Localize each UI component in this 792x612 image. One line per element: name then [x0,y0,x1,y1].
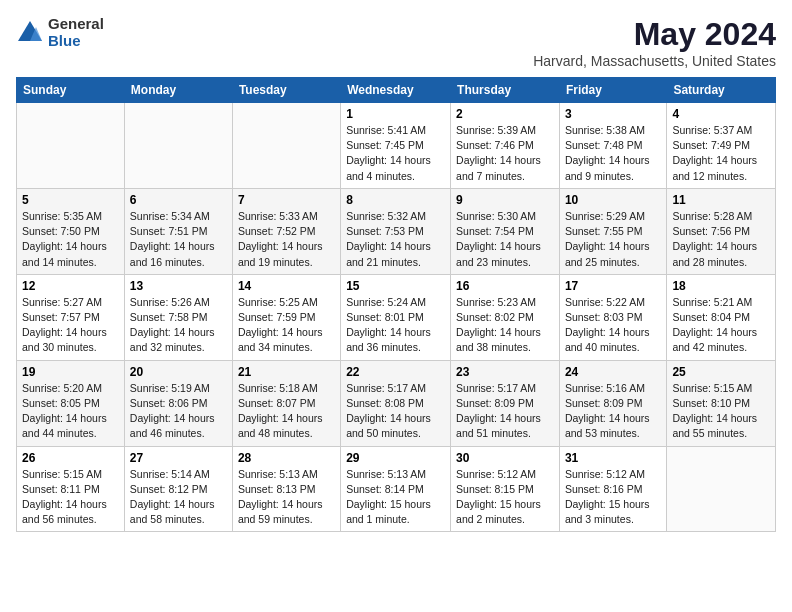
week-row: 5Sunrise: 5:35 AM Sunset: 7:50 PM Daylig… [17,188,776,274]
calendar-cell: 6Sunrise: 5:34 AM Sunset: 7:51 PM Daylig… [124,188,232,274]
calendar-cell: 8Sunrise: 5:32 AM Sunset: 7:53 PM Daylig… [341,188,451,274]
calendar-cell: 23Sunrise: 5:17 AM Sunset: 8:09 PM Dayli… [451,360,560,446]
day-info: Sunrise: 5:27 AM Sunset: 7:57 PM Dayligh… [22,295,119,356]
day-number: 2 [456,107,554,121]
day-info: Sunrise: 5:21 AM Sunset: 8:04 PM Dayligh… [672,295,770,356]
day-number: 6 [130,193,227,207]
day-info: Sunrise: 5:13 AM Sunset: 8:14 PM Dayligh… [346,467,445,528]
day-info: Sunrise: 5:28 AM Sunset: 7:56 PM Dayligh… [672,209,770,270]
calendar-cell: 3Sunrise: 5:38 AM Sunset: 7:48 PM Daylig… [559,103,666,189]
calendar-cell: 26Sunrise: 5:15 AM Sunset: 8:11 PM Dayli… [17,446,125,532]
calendar-cell: 12Sunrise: 5:27 AM Sunset: 7:57 PM Dayli… [17,274,125,360]
day-info: Sunrise: 5:20 AM Sunset: 8:05 PM Dayligh… [22,381,119,442]
logo-blue: Blue [48,33,104,50]
day-number: 29 [346,451,445,465]
calendar-cell: 24Sunrise: 5:16 AM Sunset: 8:09 PM Dayli… [559,360,666,446]
day-number: 11 [672,193,770,207]
calendar-cell: 25Sunrise: 5:15 AM Sunset: 8:10 PM Dayli… [667,360,776,446]
calendar-cell: 21Sunrise: 5:18 AM Sunset: 8:07 PM Dayli… [232,360,340,446]
calendar-cell: 15Sunrise: 5:24 AM Sunset: 8:01 PM Dayli… [341,274,451,360]
logo-general: General [48,16,104,33]
header-cell-wednesday: Wednesday [341,78,451,103]
logo-icon [16,19,44,47]
day-info: Sunrise: 5:37 AM Sunset: 7:49 PM Dayligh… [672,123,770,184]
day-number: 22 [346,365,445,379]
calendar-cell: 1Sunrise: 5:41 AM Sunset: 7:45 PM Daylig… [341,103,451,189]
day-number: 14 [238,279,335,293]
calendar-cell: 2Sunrise: 5:39 AM Sunset: 7:46 PM Daylig… [451,103,560,189]
calendar-cell [17,103,125,189]
title-area: May 2024 Harvard, Massachusetts, United … [533,16,776,69]
calendar-cell: 4Sunrise: 5:37 AM Sunset: 7:49 PM Daylig… [667,103,776,189]
day-number: 4 [672,107,770,121]
calendar-cell: 10Sunrise: 5:29 AM Sunset: 7:55 PM Dayli… [559,188,666,274]
day-number: 26 [22,451,119,465]
calendar-cell: 5Sunrise: 5:35 AM Sunset: 7:50 PM Daylig… [17,188,125,274]
day-number: 31 [565,451,661,465]
day-info: Sunrise: 5:26 AM Sunset: 7:58 PM Dayligh… [130,295,227,356]
page-header: General Blue May 2024 Harvard, Massachus… [16,16,776,69]
day-info: Sunrise: 5:19 AM Sunset: 8:06 PM Dayligh… [130,381,227,442]
day-number: 12 [22,279,119,293]
day-info: Sunrise: 5:24 AM Sunset: 8:01 PM Dayligh… [346,295,445,356]
calendar-cell: 31Sunrise: 5:12 AM Sunset: 8:16 PM Dayli… [559,446,666,532]
calendar-cell [232,103,340,189]
day-info: Sunrise: 5:15 AM Sunset: 8:11 PM Dayligh… [22,467,119,528]
calendar-cell: 29Sunrise: 5:13 AM Sunset: 8:14 PM Dayli… [341,446,451,532]
calendar-cell: 17Sunrise: 5:22 AM Sunset: 8:03 PM Dayli… [559,274,666,360]
day-info: Sunrise: 5:34 AM Sunset: 7:51 PM Dayligh… [130,209,227,270]
day-info: Sunrise: 5:39 AM Sunset: 7:46 PM Dayligh… [456,123,554,184]
week-row: 19Sunrise: 5:20 AM Sunset: 8:05 PM Dayli… [17,360,776,446]
header-row: SundayMondayTuesdayWednesdayThursdayFrid… [17,78,776,103]
day-info: Sunrise: 5:15 AM Sunset: 8:10 PM Dayligh… [672,381,770,442]
day-info: Sunrise: 5:35 AM Sunset: 7:50 PM Dayligh… [22,209,119,270]
day-number: 25 [672,365,770,379]
day-info: Sunrise: 5:14 AM Sunset: 8:12 PM Dayligh… [130,467,227,528]
calendar-cell: 14Sunrise: 5:25 AM Sunset: 7:59 PM Dayli… [232,274,340,360]
day-info: Sunrise: 5:22 AM Sunset: 8:03 PM Dayligh… [565,295,661,356]
day-info: Sunrise: 5:17 AM Sunset: 8:08 PM Dayligh… [346,381,445,442]
calendar-cell: 28Sunrise: 5:13 AM Sunset: 8:13 PM Dayli… [232,446,340,532]
calendar-header: SundayMondayTuesdayWednesdayThursdayFrid… [17,78,776,103]
day-info: Sunrise: 5:32 AM Sunset: 7:53 PM Dayligh… [346,209,445,270]
day-number: 10 [565,193,661,207]
calendar-cell: 19Sunrise: 5:20 AM Sunset: 8:05 PM Dayli… [17,360,125,446]
calendar-cell [667,446,776,532]
day-number: 24 [565,365,661,379]
day-number: 13 [130,279,227,293]
calendar-table: SundayMondayTuesdayWednesdayThursdayFrid… [16,77,776,532]
header-cell-tuesday: Tuesday [232,78,340,103]
calendar-cell: 27Sunrise: 5:14 AM Sunset: 8:12 PM Dayli… [124,446,232,532]
day-number: 7 [238,193,335,207]
day-info: Sunrise: 5:30 AM Sunset: 7:54 PM Dayligh… [456,209,554,270]
header-cell-friday: Friday [559,78,666,103]
calendar-cell: 30Sunrise: 5:12 AM Sunset: 8:15 PM Dayli… [451,446,560,532]
day-number: 30 [456,451,554,465]
day-number: 8 [346,193,445,207]
day-number: 18 [672,279,770,293]
logo-text: General Blue [48,16,104,49]
day-info: Sunrise: 5:23 AM Sunset: 8:02 PM Dayligh… [456,295,554,356]
calendar-cell: 22Sunrise: 5:17 AM Sunset: 8:08 PM Dayli… [341,360,451,446]
header-cell-thursday: Thursday [451,78,560,103]
week-row: 12Sunrise: 5:27 AM Sunset: 7:57 PM Dayli… [17,274,776,360]
day-info: Sunrise: 5:25 AM Sunset: 7:59 PM Dayligh… [238,295,335,356]
calendar-cell: 18Sunrise: 5:21 AM Sunset: 8:04 PM Dayli… [667,274,776,360]
calendar-cell: 16Sunrise: 5:23 AM Sunset: 8:02 PM Dayli… [451,274,560,360]
day-info: Sunrise: 5:38 AM Sunset: 7:48 PM Dayligh… [565,123,661,184]
day-info: Sunrise: 5:16 AM Sunset: 8:09 PM Dayligh… [565,381,661,442]
day-number: 19 [22,365,119,379]
calendar-cell: 13Sunrise: 5:26 AM Sunset: 7:58 PM Dayli… [124,274,232,360]
day-info: Sunrise: 5:17 AM Sunset: 8:09 PM Dayligh… [456,381,554,442]
day-number: 20 [130,365,227,379]
calendar-cell: 20Sunrise: 5:19 AM Sunset: 8:06 PM Dayli… [124,360,232,446]
day-info: Sunrise: 5:12 AM Sunset: 8:16 PM Dayligh… [565,467,661,528]
week-row: 1Sunrise: 5:41 AM Sunset: 7:45 PM Daylig… [17,103,776,189]
day-number: 16 [456,279,554,293]
day-number: 27 [130,451,227,465]
calendar-title: May 2024 [533,16,776,53]
day-number: 28 [238,451,335,465]
day-number: 9 [456,193,554,207]
day-number: 23 [456,365,554,379]
day-number: 5 [22,193,119,207]
